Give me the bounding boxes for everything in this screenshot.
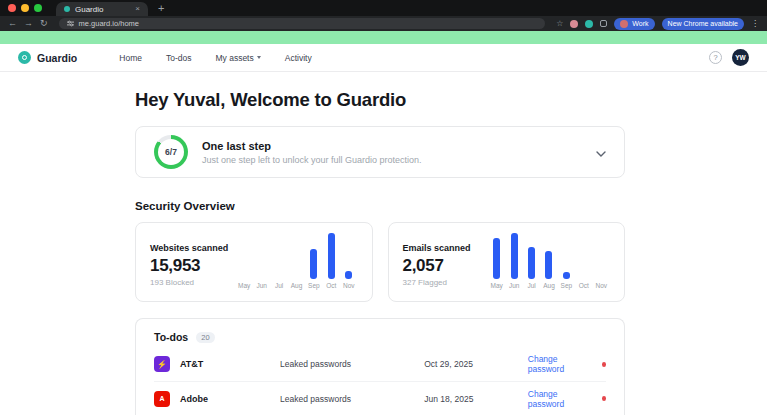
bookmark-star-icon[interactable]: ☆ <box>556 19 563 28</box>
adobe-logo-icon: A <box>154 391 170 407</box>
stat-label: Websites scanned <box>150 243 228 253</box>
brand-name[interactable]: Guardio <box>37 52 77 64</box>
todos-count-badge: 20 <box>196 332 214 343</box>
user-avatar[interactable]: YW <box>732 49 749 66</box>
chrome-update-button[interactable]: New Chrome available <box>662 18 744 30</box>
main-content: Hey Yuval, Welcome to Guardio 6/7 One la… <box>135 89 625 415</box>
section-title: Security Overview <box>135 200 625 212</box>
bar <box>345 271 352 279</box>
tick-label: Oct <box>579 282 589 289</box>
emails-stat: Emails scanned 2,057 327 Flagged <box>403 235 471 289</box>
tick-label: Sep <box>561 282 573 289</box>
tick-label: Nov <box>595 282 607 289</box>
websites-stat: Websites scanned 15,953 193 Blocked <box>150 235 228 289</box>
emails-scanned-card[interactable]: Emails scanned 2,057 327 Flagged May Jun… <box>388 222 626 302</box>
window-maximize-button[interactable] <box>34 4 42 12</box>
tick-label: Jul <box>527 282 535 289</box>
stat-label: Emails scanned <box>403 243 471 253</box>
nav-item-my-assets[interactable]: My assets <box>215 53 260 63</box>
tab-favicon <box>64 6 70 12</box>
tick-label: Jul <box>275 282 283 289</box>
browser-menu-icon[interactable]: ⋮ <box>751 19 759 28</box>
tick-label: Oct <box>326 282 336 289</box>
bar <box>528 247 535 279</box>
todo-issue: Leaked passwords <box>280 394 424 404</box>
nav-item-todos[interactable]: To-dos <box>166 53 192 63</box>
green-ribbon <box>0 31 767 44</box>
table-row[interactable]: ⚡ AT&T Leaked passwords Oct 29, 2025 Cha… <box>154 347 606 381</box>
page-title: Hey Yuval, Welcome to Guardio <box>135 89 625 111</box>
todo-brand: AT&T <box>180 359 203 369</box>
reload-icon[interactable]: ↻ <box>40 19 48 28</box>
change-password-link[interactable]: Change password <box>528 389 590 409</box>
help-icon[interactable]: ? <box>709 51 722 64</box>
new-tab-button[interactable]: + <box>158 2 164 14</box>
bar <box>563 272 570 279</box>
todos-card: To-dos 20 ⚡ AT&T Leaked passwords Oct 29… <box>135 318 625 415</box>
change-password-link[interactable]: Change password <box>528 354 590 374</box>
window-minimize-button[interactable] <box>21 4 29 12</box>
guardio-logo-icon[interactable] <box>18 51 31 64</box>
stat-subtitle: 327 Flagged <box>403 278 471 287</box>
att-logo-icon: ⚡ <box>154 356 170 372</box>
todo-issue: Leaked passwords <box>280 359 424 369</box>
browser-toolbar: ← → ↻ me.guard.io/home ☆ Work New Chrome… <box>0 16 767 31</box>
window-controls <box>8 4 42 12</box>
bar <box>310 249 317 279</box>
bar <box>545 251 552 279</box>
stat-value: 15,953 <box>150 256 228 276</box>
back-icon[interactable]: ← <box>8 19 17 28</box>
profile-avatar <box>620 20 628 28</box>
nav-links: Home To-dos My assets Activity <box>119 53 311 63</box>
onboarding-title: One last step <box>202 140 422 152</box>
table-row[interactable]: A Adobe Leaked passwords Jun 18, 2025 Ch… <box>154 381 606 415</box>
tick-label: May <box>491 282 503 289</box>
tick-label: Nov <box>343 282 355 289</box>
window-close-button[interactable] <box>8 4 16 12</box>
tick-label: Jun <box>256 282 266 289</box>
tab-close-icon[interactable]: × <box>135 5 140 13</box>
site-navbar: Guardio Home To-dos My assets Activity ?… <box>0 44 767 72</box>
tick-label: May <box>238 282 250 289</box>
url-text: me.guard.io/home <box>79 19 139 28</box>
guardio-extension-icon[interactable] <box>585 20 593 28</box>
todo-brand: Adobe <box>180 394 208 404</box>
emails-bar-chart: May Jun Jul Aug Sep Oct Nov <box>488 233 610 289</box>
todo-date: Jun 18, 2025 <box>424 394 528 404</box>
tick-label: Jun <box>509 282 519 289</box>
profile-chip[interactable]: Work <box>614 18 654 30</box>
progress-fraction: 6/7 <box>158 139 184 165</box>
stat-value: 2,057 <box>403 256 471 276</box>
onboarding-subtitle: Just one step left to unlock your full G… <box>202 155 422 165</box>
bar <box>493 238 500 279</box>
todo-date: Oct 29, 2025 <box>424 359 528 369</box>
tick-label: Sep <box>308 282 320 289</box>
nav-item-home[interactable]: Home <box>119 53 142 63</box>
site-settings-icon[interactable] <box>67 20 74 27</box>
websites-bar-chart: May Jun Jul Aug Sep Oct Nov <box>236 233 358 289</box>
extension-icon[interactable] <box>570 20 578 28</box>
todos-header: To-dos 20 <box>154 331 606 343</box>
update-label: New Chrome available <box>668 20 738 27</box>
stat-subtitle: 193 Blocked <box>150 278 228 287</box>
alert-dot-icon <box>602 396 607 401</box>
bar <box>328 233 335 279</box>
browser-tab-guardio[interactable]: Guardio × <box>56 2 148 16</box>
browser-tabstrip: Guardio × + <box>0 0 767 16</box>
stats-row: Websites scanned 15,953 193 Blocked May … <box>135 222 625 302</box>
alert-dot-icon <box>602 362 607 367</box>
address-bar[interactable]: me.guard.io/home <box>59 18 546 29</box>
bar <box>511 233 518 279</box>
forward-icon[interactable]: → <box>24 19 33 28</box>
tick-label: Aug <box>291 282 303 289</box>
chevron-down-icon[interactable] <box>596 143 606 161</box>
extensions-icon[interactable] <box>600 20 607 27</box>
websites-scanned-card[interactable]: Websites scanned 15,953 193 Blocked May … <box>135 222 373 302</box>
progress-ring: 6/7 <box>154 135 188 169</box>
chevron-down-icon <box>257 56 261 59</box>
tab-title: Guardio <box>75 5 130 14</box>
onboarding-card[interactable]: 6/7 One last step Just one step left to … <box>135 126 625 178</box>
nav-item-activity[interactable]: Activity <box>285 53 312 63</box>
tick-label: Aug <box>543 282 555 289</box>
todos-title: To-dos <box>154 331 188 343</box>
